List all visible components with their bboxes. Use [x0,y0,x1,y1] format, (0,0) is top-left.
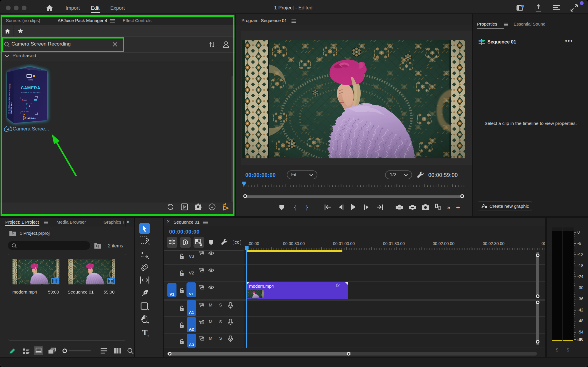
svg-text:T: T [142,329,148,337]
